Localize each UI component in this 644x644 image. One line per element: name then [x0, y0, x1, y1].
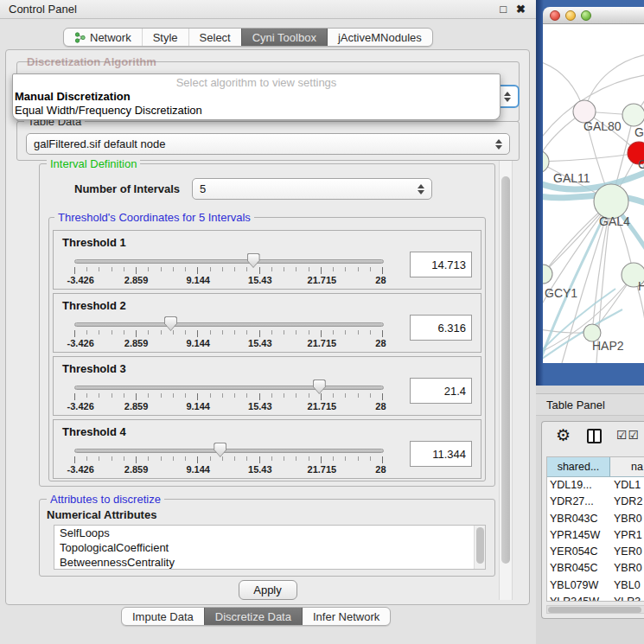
close-window-icon[interactable]: ✖ — [516, 0, 526, 18]
tab-infer-network[interactable]: Infer Network — [302, 608, 390, 625]
control-panel-tabbar: Network Style Select Cyni Toolbox jActiv… — [63, 28, 433, 47]
cell: YER054C — [547, 544, 610, 560]
tick-label: 21.715 — [308, 338, 337, 348]
tick-label: -3.426 — [67, 275, 94, 285]
tab-select[interactable]: Select — [188, 29, 241, 46]
threshold-1-slider-thumb[interactable] — [247, 253, 260, 268]
apply-button[interactable]: Apply — [239, 580, 297, 600]
cell: YPR145W — [547, 527, 610, 544]
table-row[interactable]: YBR045CYBR0 — [547, 560, 644, 577]
settings-scrollbar[interactable] — [499, 161, 513, 600]
node-label-partial-h: H — [638, 279, 644, 293]
attribute-item[interactable]: TopologicalCoefficient — [54, 540, 485, 555]
thresholds-group-label: Threshold's Coordinates for 5 Intervals — [54, 211, 254, 224]
threshold-2-label: Threshold 2 — [62, 299, 126, 312]
cyni-toolbox-panel: Discretization Algorithm Select algorith… — [5, 49, 530, 605]
cell: YBL079W — [547, 577, 610, 594]
table-row[interactable]: YPR145WYPR1 — [547, 527, 644, 544]
zoom-traffic-light-icon[interactable] — [581, 10, 591, 21]
threshold-4-slider[interactable]: -3.426 2.859 9.144 15.43 21.715 28 — [74, 449, 384, 475]
attributes-list-scrollbar[interactable] — [474, 526, 485, 569]
threshold-1-value-field[interactable] — [410, 252, 472, 277]
table-panel: ⚙ ☑☑ shared... na YDL19...YDL1 YDR27...Y… — [541, 421, 644, 619]
tick-label: 2.859 — [124, 401, 149, 411]
number-of-intervals-combobox[interactable]: 5 — [192, 178, 432, 200]
slider-track[interactable] — [74, 449, 384, 453]
numerical-attributes-list[interactable]: SelfLoops TopologicalCoefficient Between… — [54, 525, 486, 570]
node-label-partial-c: C — [638, 157, 644, 171]
tab-cyni-toolbox-label: Cyni Toolbox — [252, 31, 316, 44]
checkbox-icons[interactable]: ☑☑ — [616, 428, 640, 442]
slider-ticks — [74, 267, 384, 274]
algorithm-hint: Select algorithm to view settings — [13, 76, 500, 89]
threshold-2-slider[interactable]: -3.426 2.859 9.144 15.43 21.715 28 — [74, 322, 384, 349]
control-panel-titlebar: Control Panel □ ✖ — [0, 0, 536, 19]
slider-tick-labels: -3.426 2.859 9.144 15.43 21.715 28 — [74, 338, 384, 349]
tab-impute-data[interactable]: Impute Data — [122, 608, 204, 625]
network-icon — [74, 32, 86, 43]
node-table[interactable]: shared... na YDL19...YDL1 YDR27...YDR2 Y… — [546, 456, 644, 602]
threshold-2-slider-thumb[interactable] — [164, 316, 177, 331]
table-row[interactable]: YDL19...YDL1 — [547, 477, 644, 494]
option-equal-width-frequency[interactable]: Equal Width/Frequency Discretization — [15, 104, 202, 117]
tick-label: 9.144 — [186, 338, 210, 348]
node-partial-top-right[interactable] — [622, 104, 644, 126]
cell: YLR3 — [610, 594, 644, 602]
cell: YBR045C — [547, 560, 610, 577]
threshold-1-slider[interactable]: -3.426 2.859 9.144 15.43 21.715 28 — [74, 259, 384, 286]
tick-label: 2.859 — [124, 338, 149, 348]
threshold-2-value-field[interactable] — [410, 315, 472, 341]
column-header-shared-name[interactable]: shared... — [547, 457, 610, 476]
minimize-traffic-light-icon[interactable] — [565, 10, 576, 21]
attributes-list-scrollbar-thumb[interactable] — [476, 527, 484, 564]
column-header-name[interactable]: na — [610, 457, 644, 476]
control-panel-window: Control Panel □ ✖ Network Style Select C… — [0, 0, 536, 644]
attribute-item[interactable]: SelfLoops — [54, 526, 485, 540]
cell: YDL1 — [610, 477, 644, 494]
tick-label: -3.426 — [67, 464, 94, 475]
tab-style-label: Style — [153, 31, 178, 44]
slider-track[interactable] — [74, 386, 384, 390]
table-row[interactable]: YBR043CYBR0 — [547, 511, 644, 527]
network-canvas[interactable]: GAL80 G C GAL11 GAL4 GCY1 H HAP2 — [543, 24, 644, 363]
table-panel-title: Table Panel — [546, 394, 605, 416]
table-horizontal-scrollbar[interactable] — [546, 605, 644, 614]
gear-icon[interactable]: ⚙ — [556, 425, 571, 445]
threshold-3-slider-thumb[interactable] — [313, 379, 326, 394]
table-row[interactable]: YBL079WYBL0 — [547, 577, 644, 594]
table-row[interactable]: YER054CYER0 — [547, 544, 644, 560]
node-label-hap2: HAP2 — [592, 339, 624, 353]
tab-jactivemnodules[interactable]: jActiveMNodules — [327, 29, 432, 46]
threshold-3-value-field[interactable] — [410, 378, 472, 404]
node-gal11[interactable] — [543, 150, 549, 173]
slider-ticks — [74, 330, 384, 337]
columns-icon[interactable] — [587, 429, 602, 443]
node-gal4[interactable] — [594, 184, 628, 219]
tab-discretize-data[interactable]: Discretize Data — [204, 608, 302, 625]
slider-track[interactable] — [74, 259, 384, 264]
attribute-item[interactable]: BetweennessCentrality — [54, 555, 485, 570]
tab-cyni-toolbox[interactable]: Cyni Toolbox — [241, 29, 327, 46]
option-manual-discretization[interactable]: Manual Discretization — [15, 90, 131, 103]
tab-network[interactable]: Network — [64, 29, 142, 46]
tick-label: 28 — [375, 401, 386, 411]
slider-ticks — [74, 456, 384, 463]
threshold-4-value-field[interactable] — [410, 441, 472, 467]
table-row[interactable]: YDR27...YDR2 — [547, 494, 644, 510]
float-window-icon[interactable]: □ — [500, 0, 507, 18]
threshold-3-panel: Threshold 3 -3.426 2.859 9.144 15.43 21.… — [53, 356, 481, 416]
table-panel-titlebar: Table Panel — [536, 393, 644, 416]
tick-label: 21.715 — [308, 401, 337, 411]
table-data-combobox[interactable]: galFiltered.sif default node — [26, 133, 510, 155]
slider-track[interactable] — [74, 322, 384, 327]
table-row[interactable]: YLR345WYLR3 — [547, 594, 644, 602]
node-gcy1[interactable] — [543, 265, 552, 284]
threshold-4-slider-thumb[interactable] — [214, 443, 226, 457]
close-traffic-light-icon[interactable] — [550, 10, 560, 21]
settings-scrollbar-thumb[interactable] — [501, 176, 510, 564]
table-horizontal-scrollbar-thumb[interactable] — [548, 607, 641, 613]
threshold-4-label: Threshold 4 — [62, 425, 126, 438]
tab-style[interactable]: Style — [142, 29, 188, 46]
threshold-3-slider[interactable]: -3.426 2.859 9.144 15.43 21.715 28 — [74, 386, 384, 412]
cell: YBR043C — [547, 511, 610, 527]
